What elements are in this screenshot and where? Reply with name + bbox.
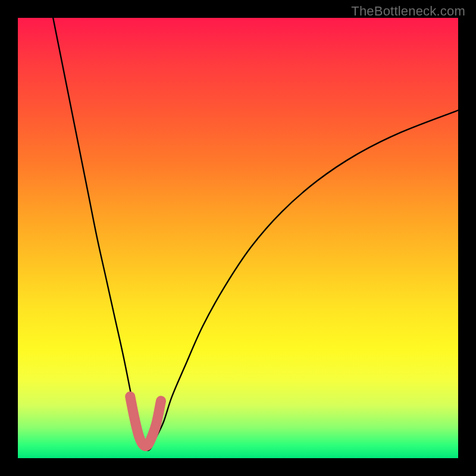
chart-frame: TheBottleneck.com (0, 0, 476, 476)
bottleneck-curve (53, 18, 458, 450)
curve-layer (18, 18, 458, 458)
watermark-text: TheBottleneck.com (351, 4, 465, 19)
plot-area (18, 18, 458, 458)
trough-highlight (130, 396, 161, 446)
